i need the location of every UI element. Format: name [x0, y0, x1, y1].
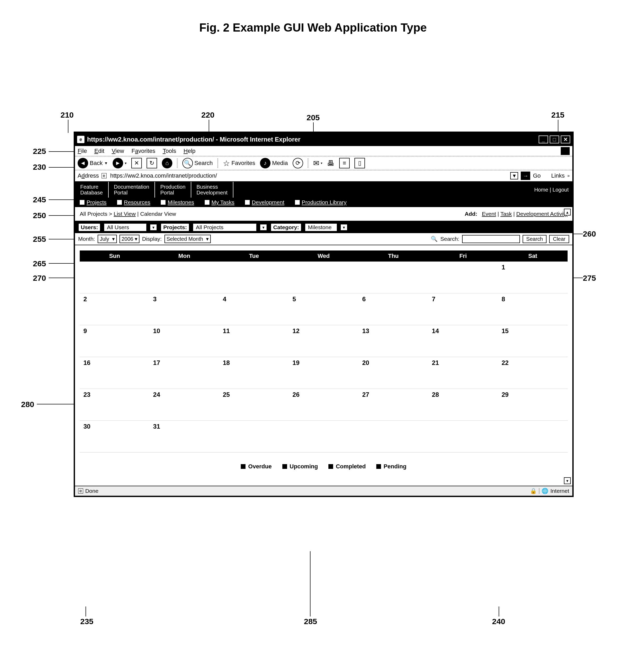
menu-tools[interactable]: Tools [163, 148, 176, 154]
subnav-item-1[interactable]: Resources [117, 199, 150, 206]
go-button[interactable]: → [521, 172, 530, 180]
calendar-cell[interactable]: 11 [219, 325, 289, 357]
calendar-cell[interactable] [219, 262, 289, 293]
maximize-button[interactable]: □ [550, 136, 559, 143]
discuss-button[interactable]: ▯ [355, 158, 365, 168]
calendar-cell[interactable] [289, 262, 359, 293]
users-dropdown[interactable]: ▾ [150, 224, 157, 231]
add-dev-activity-link[interactable]: Development Activity [516, 211, 568, 217]
close-button[interactable]: ✕ [561, 136, 570, 143]
media-button[interactable]: ♪ Media [260, 158, 288, 168]
back-button[interactable]: ◄ Back ▼ [78, 158, 108, 168]
topnav-tab-0[interactable]: FeatureDatabase [75, 182, 109, 198]
calendar-cell[interactable]: 20 [358, 357, 428, 389]
calendar-cell[interactable]: 18 [219, 357, 289, 389]
calendar-cell[interactable]: 25 [219, 389, 289, 421]
calendar-cell[interactable] [428, 262, 498, 293]
year-select[interactable]: 2006 ▾ [119, 235, 140, 243]
forward-button[interactable]: ► ▾ [113, 158, 126, 168]
home-link[interactable]: Home [534, 187, 548, 193]
calendar-cell[interactable]: 14 [428, 325, 498, 357]
search-button[interactable]: Search [523, 235, 547, 243]
topnav-tab-1[interactable]: DocumentationPortal [109, 182, 155, 198]
print-button[interactable]: 🖶 [327, 159, 334, 168]
calendar-cell[interactable]: 4 [219, 293, 289, 325]
calendar-cell[interactable]: 16 [80, 357, 149, 389]
menu-help[interactable]: Help [184, 148, 195, 154]
edit-button[interactable]: ≡ [339, 158, 350, 168]
home-button[interactable]: ⌂ [162, 158, 172, 168]
calendar-cell[interactable]: 24 [149, 389, 219, 421]
minimize-button[interactable]: _ [539, 136, 548, 143]
calendar-cell[interactable]: 28 [428, 389, 498, 421]
calendar-cell[interactable]: 5 [289, 293, 359, 325]
topnav-tab-2[interactable]: ProductionPortal [155, 182, 191, 198]
add-task-link[interactable]: Task [501, 211, 512, 217]
topnav-tab-3[interactable]: BusinessDevelopment [191, 182, 234, 198]
title-bar[interactable]: e https://ww2.knoa.com/intranet/producti… [75, 133, 572, 146]
history-button[interactable]: ⟳ [293, 158, 303, 168]
calendar-cell[interactable] [428, 421, 498, 452]
calendar-cell[interactable]: 26 [289, 389, 359, 421]
list-view-link[interactable]: List View [114, 211, 136, 217]
scroll-down-button[interactable]: ▾ [564, 477, 571, 484]
refresh-button[interactable]: ↻ [147, 158, 157, 168]
subnav-item-4[interactable]: Development [245, 199, 285, 206]
menu-favorites[interactable]: Favorites [131, 148, 155, 154]
calendar-cell[interactable]: 10 [149, 325, 219, 357]
stop-button[interactable]: ✕ [131, 158, 142, 168]
calendar-cell[interactable] [358, 262, 428, 293]
calendar-cell[interactable] [498, 421, 568, 452]
search-icon: 🔍 [431, 236, 438, 242]
category-label: Category: [270, 223, 302, 232]
calendar-cell[interactable] [149, 262, 219, 293]
subnav-item-5[interactable]: Production Library [295, 199, 346, 206]
address-input[interactable] [109, 171, 508, 180]
subnav-icon [245, 200, 250, 205]
calendar-cell[interactable]: 29 [498, 389, 568, 421]
category-dropdown[interactable]: ▾ [340, 224, 347, 231]
calendar-cell[interactable]: 2 [80, 293, 149, 325]
calendar-cell[interactable]: 12 [289, 325, 359, 357]
calendar-cell[interactable]: 8 [498, 293, 568, 325]
menu-view[interactable]: View [112, 148, 124, 154]
calendar-cell[interactable]: 27 [358, 389, 428, 421]
mail-button[interactable]: ✉▾ [313, 159, 322, 168]
subnav-item-3[interactable]: My Tasks [205, 199, 235, 206]
calendar-cell[interactable]: 31 [149, 421, 219, 452]
search-button[interactable]: 🔍 Search [182, 158, 213, 168]
calendar-cell[interactable]: 21 [428, 357, 498, 389]
add-event-link[interactable]: Event [482, 211, 496, 217]
menu-file[interactable]: FFileile [78, 148, 87, 154]
calendar-cell[interactable]: 22 [498, 357, 568, 389]
month-select[interactable]: July ▾ [98, 235, 117, 243]
address-dropdown[interactable]: ▾ [510, 172, 518, 179]
menu-edit[interactable]: Edit [94, 148, 104, 154]
calendar-cell[interactable] [358, 421, 428, 452]
calendar-cell[interactable]: 9 [80, 325, 149, 357]
calendar-cell[interactable]: 30 [80, 421, 149, 452]
projects-dropdown[interactable]: ▾ [260, 224, 267, 231]
calendar-cell[interactable]: 17 [149, 357, 219, 389]
logout-link[interactable]: Logout [553, 187, 569, 193]
calendar-cell[interactable] [80, 262, 149, 293]
calendar-cell[interactable]: 1 [498, 262, 568, 293]
calendar-cell[interactable]: 6 [358, 293, 428, 325]
search-input[interactable] [462, 235, 520, 243]
favorites-button[interactable]: ☆ Favorites [223, 159, 255, 168]
calendar-cell[interactable]: 7 [428, 293, 498, 325]
calendar-cell[interactable]: 3 [149, 293, 219, 325]
subnav-item-2[interactable]: Milestones [161, 199, 194, 206]
links-label[interactable]: Links [551, 172, 565, 179]
calendar-cell[interactable]: 19 [289, 357, 359, 389]
clear-button[interactable]: Clear [549, 235, 569, 243]
calendar-cell[interactable] [289, 421, 359, 452]
ie-icon: e [77, 136, 85, 143]
subnav-item-0[interactable]: Projects [80, 199, 106, 206]
scroll-up-button[interactable]: ▴ [564, 209, 571, 215]
calendar-cell[interactable]: 23 [80, 389, 149, 421]
calendar-cell[interactable]: 13 [358, 325, 428, 357]
calendar-cell[interactable]: 15 [498, 325, 568, 357]
display-select[interactable]: Selected Month ▾ [165, 235, 211, 243]
calendar-cell[interactable] [219, 421, 289, 452]
